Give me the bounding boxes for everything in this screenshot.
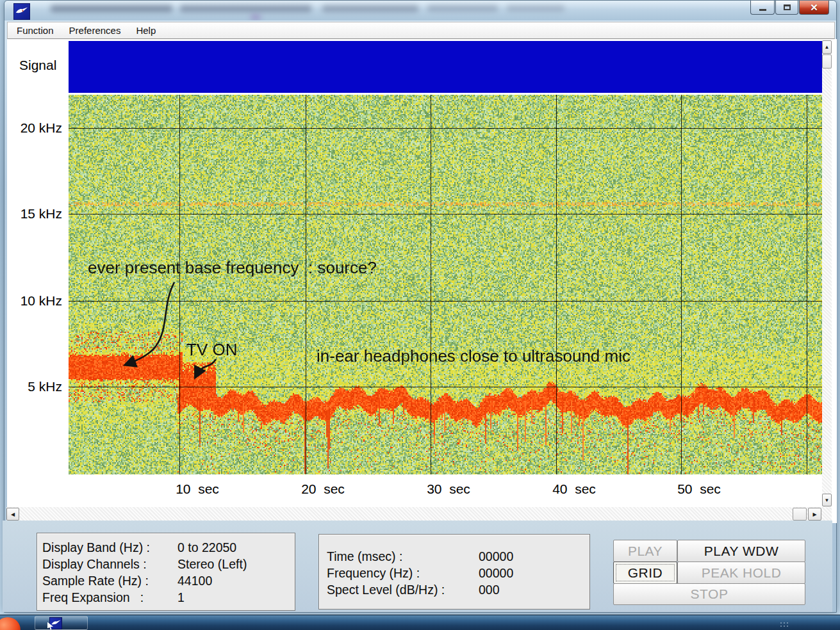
display-band-value: 0 to 22050 bbox=[177, 539, 236, 556]
scroll-up-button[interactable]: ▲ bbox=[822, 40, 832, 54]
taskbar-bird-icon bbox=[49, 617, 62, 629]
blurred-title-text bbox=[322, 5, 418, 12]
signal-label: Signal bbox=[19, 58, 56, 73]
blurred-title-text bbox=[427, 5, 498, 12]
time-label-30s: 30 sec bbox=[427, 481, 470, 497]
peak-hold-button[interactable]: PEAK HOLD bbox=[677, 561, 805, 584]
display-settings-panel: Display Band (Hz) : 0 to 22050 Display C… bbox=[37, 533, 295, 611]
minimize-icon bbox=[759, 9, 766, 11]
play-wdw-button[interactable]: PLAY WDW bbox=[677, 540, 805, 562]
close-button[interactable]: ✕ bbox=[799, 1, 829, 15]
signal-waveform-strip[interactable] bbox=[69, 41, 822, 93]
menu-preferences[interactable]: Preferences bbox=[63, 25, 128, 36]
annotation-headphones: in-ear headphones close to ultrasound mi… bbox=[317, 346, 630, 366]
annotation-tv-on: TV ON bbox=[186, 340, 237, 360]
menu-function[interactable]: Function bbox=[10, 25, 60, 36]
taskbar-app-button[interactable] bbox=[35, 616, 88, 630]
time-label-20s: 20 sec bbox=[301, 481, 345, 497]
sample-rate-label: Sample Rate (Hz) : bbox=[42, 572, 177, 589]
display-band-row: Display Band (Hz) : 0 to 22050 bbox=[42, 539, 295, 556]
grid-button[interactable]: GRID bbox=[613, 561, 677, 584]
cursor-readout-panel: Time (msec) : 00000 Frequency (Hz) : 000… bbox=[318, 534, 590, 610]
display-channels-value: Stereo (Left) bbox=[177, 556, 247, 572]
freq-label-5khz: 5 kHz bbox=[0, 379, 62, 394]
chevron-right-icon: ▶ bbox=[812, 512, 816, 517]
horizontal-scroll-thumb[interactable] bbox=[793, 508, 807, 521]
freq-label-15khz: 15 kHz bbox=[0, 206, 62, 222]
minimize-button[interactable] bbox=[750, 1, 775, 15]
titlebar[interactable] bbox=[4, 1, 836, 20]
sample-rate-row: Sample Rate (Hz) : 44100 bbox=[42, 572, 295, 589]
time-label-50s: 50 sec bbox=[677, 481, 721, 497]
chevron-down-icon: ▼ bbox=[825, 497, 830, 503]
display-channels-label: Display Channels : bbox=[42, 556, 177, 572]
spectrogram-canvas[interactable] bbox=[69, 95, 822, 474]
display-band-label: Display Band (Hz) : bbox=[42, 539, 177, 556]
display-channels-row: Display Channels : Stereo (Left) bbox=[42, 556, 295, 572]
vertical-scrollbar[interactable] bbox=[822, 40, 832, 507]
bird-icon bbox=[15, 4, 29, 19]
app-bird-icon bbox=[13, 3, 30, 20]
sample-rate-value: 44100 bbox=[177, 572, 212, 589]
freq-expansion-value: 1 bbox=[177, 589, 185, 606]
time-label-40s: 40 sec bbox=[552, 481, 596, 497]
time-label-10s: 10 sec bbox=[176, 481, 219, 497]
spect-level-value: 000 bbox=[479, 581, 500, 598]
chevron-left-icon: ◀ bbox=[11, 512, 15, 517]
blurred-title-text bbox=[51, 5, 172, 12]
maximize-button[interactable] bbox=[775, 1, 798, 15]
taskbar-program-icon[interactable] bbox=[0, 617, 21, 630]
vertical-scroll-thumb[interactable] bbox=[822, 54, 832, 69]
frequency-readout-label: Frequency (Hz) : bbox=[327, 565, 479, 581]
taskbar[interactable] bbox=[0, 615, 840, 630]
frequency-readout-row: Frequency (Hz) : 00000 bbox=[327, 565, 589, 581]
spect-level-label: Spect Level (dB/Hz) : bbox=[327, 581, 479, 598]
scroll-down-button[interactable]: ▼ bbox=[822, 494, 832, 506]
freq-label-20khz: 20 kHz bbox=[0, 120, 62, 136]
annotation-base-frequency: ever present base frequency : source? bbox=[88, 258, 377, 278]
freq-expansion-row: Freq Expansion : 1 bbox=[42, 589, 295, 606]
freq-expansion-label: Freq Expansion : bbox=[42, 589, 177, 606]
scroll-right-button[interactable]: ▶ bbox=[808, 508, 821, 521]
horizontal-scrollbar[interactable] bbox=[6, 507, 832, 521]
spect-level-row: Spect Level (dB/Hz) : 000 bbox=[327, 581, 589, 598]
scroll-left-button[interactable]: ◀ bbox=[6, 508, 19, 521]
menu-help[interactable]: Help bbox=[129, 25, 162, 36]
close-icon: ✕ bbox=[810, 2, 818, 13]
stop-button[interactable]: STOP bbox=[613, 583, 805, 605]
menubar: Function Preferences Help bbox=[7, 22, 835, 39]
taskbar-dots bbox=[780, 622, 788, 627]
chevron-up-icon: ▲ bbox=[825, 44, 830, 50]
blurred-fragment bbox=[251, 15, 261, 20]
maximize-icon bbox=[784, 4, 791, 10]
time-readout-label: Time (msec) : bbox=[327, 548, 479, 565]
window-controls: ✕ bbox=[750, 1, 829, 15]
blurred-title-text bbox=[180, 5, 311, 12]
time-readout-value: 00000 bbox=[479, 548, 513, 565]
freq-label-10khz: 10 kHz bbox=[0, 293, 62, 309]
play-button[interactable]: PLAY bbox=[613, 540, 677, 562]
time-readout-row: Time (msec) : 00000 bbox=[327, 548, 589, 565]
blurred-title-text bbox=[507, 5, 564, 12]
frequency-readout-value: 00000 bbox=[479, 565, 513, 581]
